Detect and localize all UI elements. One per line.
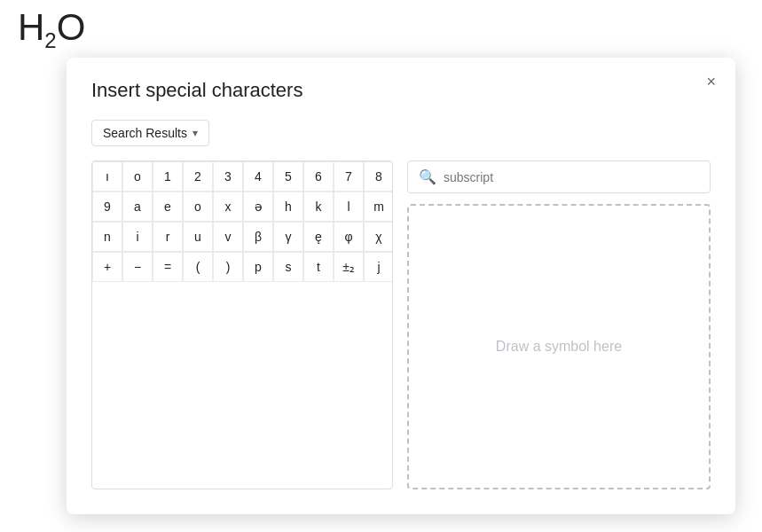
char-cell[interactable]: 5 [273, 161, 303, 192]
char-cell[interactable]: o [183, 192, 213, 222]
char-cell[interactable]: ±₂ [334, 252, 364, 282]
char-cell[interactable]: ) [213, 252, 243, 282]
draw-placeholder-text: Draw a symbol here [496, 339, 622, 355]
char-cell[interactable]: 6 [303, 161, 334, 192]
character-grid: ıo123456789aeoxəhklmniruvβγęφχ+−=()pst±₂… [92, 161, 392, 282]
char-cell[interactable]: o [122, 161, 153, 192]
char-cell[interactable]: 3 [213, 161, 243, 192]
char-cell[interactable]: i [122, 222, 153, 252]
formula-o: O [57, 6, 86, 48]
char-cell[interactable]: m [364, 192, 393, 222]
char-cell[interactable]: u [183, 222, 213, 252]
draw-symbol-area[interactable]: Draw a symbol here [407, 204, 711, 489]
chevron-down-icon: ▾ [192, 127, 198, 139]
character-grid-panel: ıo123456789aeoxəhklmniruvβγęφχ+−=()pst±₂… [91, 160, 393, 489]
char-cell[interactable]: = [153, 252, 183, 282]
char-cell[interactable]: χ [364, 222, 393, 252]
char-cell[interactable]: ( [183, 252, 213, 282]
char-cell[interactable]: x [213, 192, 243, 222]
char-cell[interactable]: n [92, 222, 122, 252]
char-cell[interactable]: v [213, 222, 243, 252]
char-cell[interactable]: 2 [183, 161, 213, 192]
char-cell[interactable]: s [273, 252, 303, 282]
insert-special-characters-dialog: × Insert special characters Search Resul… [67, 58, 735, 514]
char-cell[interactable]: 7 [334, 161, 364, 192]
char-cell[interactable]: γ [273, 222, 303, 252]
dialog-title: Insert special characters [91, 79, 711, 102]
char-cell[interactable]: 4 [243, 161, 273, 192]
char-cell[interactable]: t [303, 252, 334, 282]
formula-h: H [18, 6, 44, 48]
search-icon: 🔍 [419, 168, 436, 185]
char-cell[interactable]: φ [334, 222, 364, 252]
char-cell[interactable]: a [122, 192, 153, 222]
search-input[interactable] [444, 170, 699, 184]
category-dropdown[interactable]: Search Results ▾ [91, 120, 209, 146]
char-cell[interactable]: l [334, 192, 364, 222]
search-box: 🔍 [407, 160, 711, 193]
formula-sub: 2 [44, 28, 56, 52]
char-cell[interactable]: 1 [153, 161, 183, 192]
char-cell[interactable]: 8 [364, 161, 393, 192]
char-cell[interactable]: 9 [92, 192, 122, 222]
char-cell[interactable]: + [92, 252, 122, 282]
char-cell[interactable]: j [364, 252, 393, 282]
char-cell[interactable]: ę [303, 222, 334, 252]
background-formula: H2O [18, 9, 85, 51]
dropdown-label: Search Results [103, 126, 187, 140]
char-cell[interactable]: β [243, 222, 273, 252]
char-cell[interactable]: − [122, 252, 153, 282]
char-cell[interactable]: k [303, 192, 334, 222]
char-cell[interactable]: h [273, 192, 303, 222]
char-cell[interactable]: p [243, 252, 273, 282]
char-cell[interactable]: ə [243, 192, 273, 222]
content-area: ıo123456789aeoxəhklmniruvβγęφχ+−=()pst±₂… [91, 160, 711, 489]
char-cell[interactable]: ı [92, 161, 122, 192]
close-button[interactable]: × [701, 70, 721, 93]
char-cell[interactable]: e [153, 192, 183, 222]
char-cell[interactable]: r [153, 222, 183, 252]
right-panel: 🔍 Draw a symbol here [407, 160, 711, 489]
